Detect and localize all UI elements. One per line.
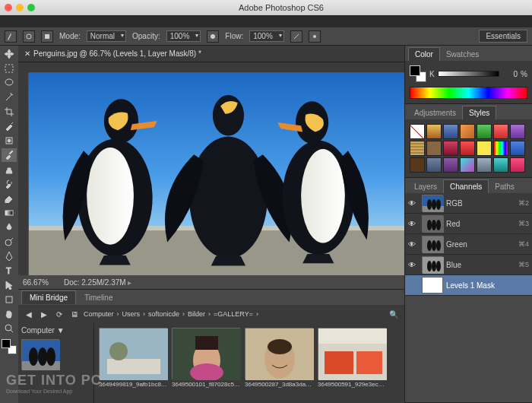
ruler-vertical[interactable]: [18, 73, 29, 275]
style-swatch[interactable]: [510, 157, 525, 173]
magic-wand-tool-icon[interactable]: [2, 90, 17, 104]
style-swatch[interactable]: [426, 141, 442, 156]
move-tool-icon[interactable]: [2, 47, 17, 61]
ruler-horizontal[interactable]: [29, 62, 404, 73]
lasso-tool-icon[interactable]: [2, 76, 17, 90]
healing-brush-tool-icon[interactable]: [2, 134, 17, 148]
style-swatch[interactable]: [426, 157, 442, 173]
bridge-thumb[interactable]: 3649499819_9afb1bc8bd Softonic..: [99, 328, 167, 398]
zoom-window-icon[interactable]: [27, 4, 35, 11]
size-pressure-icon[interactable]: [309, 30, 321, 43]
close-window-icon[interactable]: [5, 4, 12, 11]
svg-point-57: [427, 261, 432, 271]
style-swatch[interactable]: [443, 157, 458, 173]
bridge-boomerang-icon[interactable]: ⟳: [53, 308, 65, 320]
zoom-tool-icon[interactable]: [2, 322, 17, 335]
tab-timeline[interactable]: Timeline: [76, 290, 121, 305]
channel-k-label: K: [429, 70, 435, 78]
flow-input[interactable]: 100%: [249, 30, 284, 42]
canvas-area[interactable]: [18, 62, 404, 275]
tool-preset-icon[interactable]: [5, 30, 17, 43]
opacity-pressure-icon[interactable]: [207, 30, 219, 43]
search-icon[interactable]: 🔍: [388, 308, 400, 320]
type-tool-icon[interactable]: T: [2, 264, 17, 278]
style-swatch[interactable]: [477, 141, 492, 156]
crop-tool-icon[interactable]: [2, 105, 17, 119]
style-swatch[interactable]: [460, 124, 475, 139]
bridge-forward-icon[interactable]: ▶: [38, 308, 50, 320]
zoom-level[interactable]: 66.67%: [23, 278, 49, 287]
tab-color[interactable]: Color: [408, 47, 440, 61]
document-tab[interactable]: ✕ Penguins.jpg @ 66.7% (Levels 1, Layer …: [18, 46, 404, 62]
chevron-right-icon[interactable]: ▸: [128, 278, 131, 287]
k-value[interactable]: 0: [502, 70, 518, 78]
shape-tool-icon[interactable]: [2, 293, 17, 306]
tab-swatches[interactable]: Swatches: [440, 48, 485, 61]
minimize-window-icon[interactable]: [16, 4, 24, 11]
svg-rect-42: [318, 328, 387, 344]
eraser-tool-icon[interactable]: [2, 192, 17, 205]
channel-row-red[interactable]: 👁 Red ⌘3: [405, 214, 532, 234]
bridge-back-icon[interactable]: ◀: [23, 308, 35, 320]
style-swatch[interactable]: [410, 141, 425, 156]
color-swatches[interactable]: [2, 339, 17, 354]
gradient-tool-icon[interactable]: [2, 206, 17, 220]
path-selection-tool-icon[interactable]: [2, 278, 17, 292]
style-swatch[interactable]: [493, 124, 508, 139]
toolbox: T: [0, 46, 18, 403]
style-swatch[interactable]: [410, 157, 425, 173]
brush-panel-icon[interactable]: [41, 30, 53, 43]
style-swatch[interactable]: [426, 124, 442, 139]
fg-bg-swatch[interactable]: [410, 65, 426, 82]
tab-channels[interactable]: Channels: [443, 179, 489, 193]
app-menubar[interactable]: [0, 15, 532, 27]
hand-tool-icon[interactable]: [2, 307, 17, 321]
tab-adjustments[interactable]: Adjustments: [408, 106, 462, 119]
visibility-icon[interactable]: 👁: [408, 240, 419, 249]
color-spectrum[interactable]: [410, 87, 527, 99]
bridge-thumb[interactable]: 3649500101_f87028c5dc Softoni..: [172, 328, 240, 398]
style-swatch[interactable]: [477, 124, 492, 139]
style-swatch[interactable]: [460, 141, 475, 156]
visibility-icon[interactable]: 👁: [408, 220, 419, 228]
airbrush-icon[interactable]: [290, 30, 302, 43]
tab-paths[interactable]: Paths: [489, 180, 521, 193]
style-swatch[interactable]: [460, 157, 475, 173]
history-brush-tool-icon[interactable]: [2, 177, 17, 191]
style-swatch[interactable]: [510, 124, 525, 139]
style-swatch[interactable]: [443, 141, 458, 156]
style-swatch[interactable]: [493, 157, 508, 173]
brush-preset-icon[interactable]: [23, 30, 35, 43]
document-canvas[interactable]: [29, 73, 404, 275]
channel-row-blue[interactable]: 👁 Blue ⌘5: [405, 255, 532, 275]
tab-layers[interactable]: Layers: [408, 180, 443, 193]
visibility-icon[interactable]: 👁: [408, 199, 419, 208]
style-swatch[interactable]: [410, 124, 425, 139]
tab-styles[interactable]: Styles: [462, 106, 496, 119]
brush-tool-icon[interactable]: [2, 148, 17, 162]
style-swatch[interactable]: [510, 141, 525, 156]
bridge-side-label[interactable]: Computer: [21, 326, 55, 335]
style-swatch[interactable]: [477, 157, 492, 173]
blur-tool-icon[interactable]: [2, 221, 17, 234]
workspace-switcher[interactable]: Essentials: [479, 30, 527, 43]
clone-stamp-tool-icon[interactable]: [2, 163, 17, 176]
visibility-icon[interactable]: 👁: [408, 261, 419, 269]
style-swatch[interactable]: [493, 141, 508, 156]
channel-row-rgb[interactable]: 👁 RGB ⌘2: [405, 193, 532, 214]
marquee-tool-icon[interactable]: [2, 62, 17, 75]
bridge-thumb[interactable]: 3649500591_929e3ec27b So..: [318, 328, 386, 398]
channel-row-mask[interactable]: Levels 1 Mask: [405, 275, 532, 296]
bridge-breadcrumb[interactable]: Computer› Users› softonicde› Bilder› =GA…: [84, 310, 258, 318]
bridge-computer-icon[interactable]: 🖥: [68, 308, 81, 320]
k-slider[interactable]: [438, 71, 499, 77]
eyedropper-tool-icon[interactable]: [2, 119, 17, 133]
bridge-thumb[interactable]: 3649500287_3d8a3da40e Softoni..: [245, 328, 313, 398]
opacity-input[interactable]: 100%: [166, 30, 201, 42]
channel-row-green[interactable]: 👁 Green ⌘4: [405, 234, 532, 255]
tab-mini-bridge[interactable]: Mini Bridge: [21, 290, 76, 304]
mode-select[interactable]: Normal: [87, 30, 126, 42]
pen-tool-icon[interactable]: [2, 249, 17, 263]
dodge-tool-icon[interactable]: [2, 235, 17, 249]
style-swatch[interactable]: [443, 124, 458, 139]
